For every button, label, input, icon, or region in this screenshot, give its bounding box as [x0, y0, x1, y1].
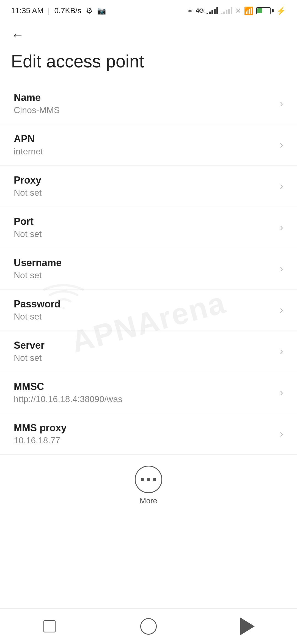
settings-item-value: Not set	[14, 229, 274, 239]
settings-item-mmsc[interactable]: MMSC http://10.16.18.4:38090/was ›	[0, 372, 297, 413]
settings-item-password[interactable]: Password Not set ›	[0, 290, 297, 331]
back-arrow-icon: ←	[11, 28, 24, 42]
no-signal-icon: ✕	[235, 7, 241, 15]
signal-bar	[207, 13, 208, 14]
signal-bar	[211, 10, 213, 14]
back-icon	[240, 618, 255, 635]
more-label: More	[140, 496, 157, 505]
settings-item-content: Proxy Not set	[14, 174, 274, 198]
settings-item-content: Username Not set	[14, 257, 274, 280]
home-icon	[140, 618, 157, 635]
settings-item-value: Not set	[14, 188, 274, 198]
settings-item-label: MMSC	[14, 381, 274, 392]
settings-list: Name Cinos-MMS › APN internet › Proxy No…	[0, 83, 297, 455]
more-dot-3	[153, 478, 156, 481]
battery-indicator	[256, 7, 274, 14]
chevron-right-icon: ›	[280, 304, 283, 316]
settings-item-label: Password	[14, 298, 274, 310]
signal-bar	[214, 9, 216, 14]
charging-icon: ⚡	[276, 6, 286, 15]
chevron-right-icon: ›	[280, 98, 283, 110]
chevron-right-icon: ›	[280, 345, 283, 357]
more-dot-2	[147, 478, 150, 481]
more-dot-1	[141, 478, 144, 481]
settings-item-apn[interactable]: APN internet ›	[0, 124, 297, 166]
signal-bar	[216, 7, 218, 14]
settings-item-value: Not set	[14, 353, 274, 363]
signal-bar-empty	[231, 7, 232, 14]
settings-item-value: Not set	[14, 312, 274, 322]
camera-icon: 📷	[97, 7, 106, 15]
status-icons-right: ∗ 4G ✕ 📶	[187, 6, 286, 15]
settings-item-value: Cinos-MMS	[14, 105, 274, 115]
settings-item-label: Server	[14, 340, 274, 351]
status-bar: 11:35 AM | 0.7KB/s ⚙ 📷 ∗ 4G ✕	[0, 0, 297, 19]
settings-item-label: MMS proxy	[14, 422, 274, 434]
settings-item-content: Port Not set	[14, 216, 274, 239]
settings-item-content: APN internet	[14, 133, 274, 157]
nav-home-button[interactable]	[132, 615, 165, 637]
page-title: Edit access point	[0, 48, 297, 83]
settings-item-label: APN	[14, 133, 274, 145]
more-section: More	[0, 455, 297, 514]
signal-bar-empty	[228, 9, 230, 14]
signal-bar-empty	[223, 12, 225, 14]
chevron-right-icon: ›	[280, 263, 283, 275]
settings-item-username[interactable]: Username Not set ›	[0, 248, 297, 290]
network-4g-icon: 4G	[196, 7, 204, 14]
time-display: 11:35 AM	[11, 6, 43, 15]
chevron-right-icon: ›	[280, 428, 283, 440]
data-speed: |	[48, 6, 50, 15]
settings-item-label: Username	[14, 257, 274, 269]
settings-item-label: Proxy	[14, 174, 274, 186]
settings-item-content: MMSC http://10.16.18.4:38090/was	[14, 381, 274, 404]
settings-item-server[interactable]: Server Not set ›	[0, 331, 297, 372]
bottom-navigation	[0, 608, 297, 644]
settings-item-label: Port	[14, 216, 274, 227]
settings-item-content: Name Cinos-MMS	[14, 92, 274, 115]
settings-item-proxy[interactable]: Proxy Not set ›	[0, 166, 297, 207]
settings-item-name[interactable]: Name Cinos-MMS ›	[0, 83, 297, 124]
wifi-icon: 📶	[244, 6, 254, 15]
signal-bars-1	[207, 7, 218, 14]
recents-icon	[43, 620, 56, 632]
chevron-right-icon: ›	[280, 139, 283, 151]
settings-item-content: MMS proxy 10.16.18.77	[14, 422, 274, 446]
settings-item-mms-proxy[interactable]: MMS proxy 10.16.18.77 ›	[0, 413, 297, 455]
signal-bar-empty	[226, 10, 227, 14]
settings-icon: ⚙	[86, 6, 93, 15]
settings-item-label: Name	[14, 92, 274, 103]
settings-item-value: internet	[14, 146, 274, 157]
back-button[interactable]: ←	[0, 19, 297, 48]
more-dots-icon	[141, 478, 156, 481]
signal-bar-empty	[221, 13, 222, 14]
chevron-right-icon: ›	[280, 222, 283, 233]
settings-item-content: Server Not set	[14, 340, 274, 363]
bluetooth-icon: ∗	[187, 7, 193, 15]
more-button[interactable]	[135, 466, 162, 493]
chevron-right-icon: ›	[280, 180, 283, 192]
chevron-right-icon: ›	[280, 387, 283, 399]
settings-item-port[interactable]: Port Not set ›	[0, 207, 297, 248]
settings-item-value: Not set	[14, 270, 274, 280]
settings-item-value: http://10.16.18.4:38090/was	[14, 394, 274, 404]
nav-recents-button[interactable]	[33, 615, 66, 637]
settings-item-content: Password Not set	[14, 298, 274, 322]
data-speed-value: 0.7KB/s	[54, 6, 81, 15]
settings-item-value: 10.16.18.77	[14, 435, 274, 446]
nav-back-button[interactable]	[231, 615, 264, 637]
signal-bars-2	[221, 7, 232, 14]
status-left: 11:35 AM | 0.7KB/s ⚙ 📷	[11, 6, 106, 15]
signal-bar	[209, 12, 211, 14]
